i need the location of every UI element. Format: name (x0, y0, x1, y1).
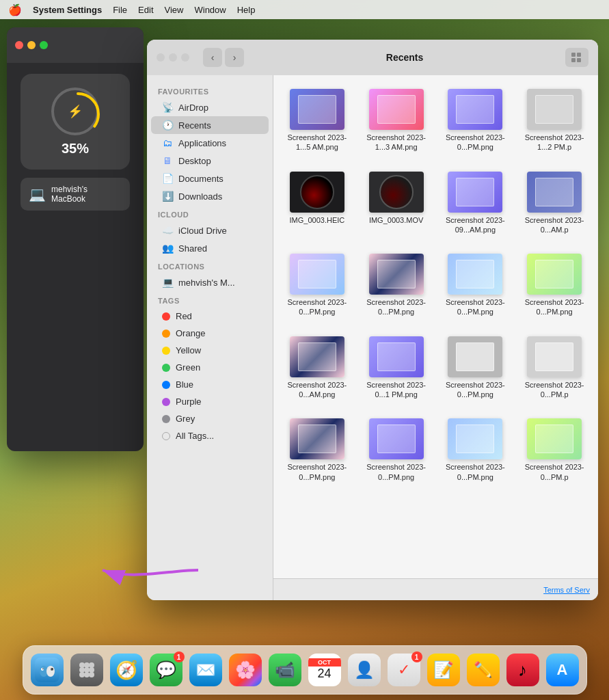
sidebar-item-applications[interactable]: 🗂 Applications (151, 134, 269, 152)
dock-item-photos[interactable]: 🌸 (227, 651, 264, 688)
file-item[interactable]: Screenshot 2023-1...2 PM.p (519, 83, 590, 158)
file-name: IMG_0003.HEIC (290, 215, 345, 225)
file-item[interactable]: IMG_0003.HEIC (282, 166, 353, 241)
finder-minimize-button[interactable] (169, 53, 177, 62)
dock-item-notes[interactable]: 📝 (425, 651, 462, 688)
file-name: Screenshot 2023-0...PM.png (366, 297, 427, 317)
svg-point-17 (84, 667, 90, 673)
sidebar-item-tag-red[interactable]: Red (151, 308, 269, 325)
file-item[interactable]: Screenshot 2023-0...AM.png (282, 331, 353, 405)
file-item[interactable]: Screenshot 2023-0...PM.png (361, 413, 432, 487)
device-label: mehvish's MacBook (51, 185, 122, 204)
dock-item-freeform[interactable]: ✏️ (465, 651, 502, 688)
sidebar-item-tag-green[interactable]: Green (151, 359, 269, 376)
file-item[interactable]: Screenshot 2023-0...1 PM.png (361, 331, 432, 405)
desktop-icon: 🖥 (162, 155, 173, 166)
file-name: Screenshot 2023-0...PM.p (524, 462, 585, 482)
dock-item-calendar[interactable]: OCT 24 (306, 651, 343, 688)
sidebar-item-shared[interactable]: 👥 Shared (151, 239, 269, 257)
apple-menu[interactable]: 🍎 (8, 3, 22, 16)
file-name: Screenshot 2023-0...PM.png (286, 297, 348, 317)
file-thumbnail (448, 172, 502, 213)
dock-item-launchpad[interactable] (68, 651, 105, 688)
file-thumbnail (448, 336, 502, 377)
sidebar-item-tag-grey[interactable]: Grey (151, 410, 269, 427)
tag-yellow-label: Yellow (176, 345, 201, 355)
file-item[interactable]: Screenshot 2023-0...AM.p (519, 166, 590, 241)
svg-point-11 (42, 669, 44, 670)
sidebar-item-tag-yellow[interactable]: Yellow (151, 342, 269, 359)
dock-item-safari[interactable]: 🧭 (108, 651, 145, 688)
finder-maximize-button[interactable] (181, 53, 189, 62)
dock-item-facetime[interactable]: 📹 (267, 651, 303, 688)
sidebar-item-desktop[interactable]: 🖥 Desktop (151, 152, 269, 170)
reminders-badge: 1 (411, 651, 422, 662)
menu-file[interactable]: File (113, 5, 127, 15)
menu-view[interactable]: View (165, 5, 184, 15)
view-toggle-button[interactable] (565, 48, 588, 67)
sidebar-item-downloads[interactable]: ⬇️ Downloads (151, 187, 269, 205)
file-item[interactable]: Screenshot 2023-0...PM.png (440, 413, 511, 487)
file-item[interactable]: Screenshot 2023-0...PM.p (519, 413, 590, 487)
dock-item-music[interactable]: ♪ (504, 651, 541, 688)
sidebar-item-airdrop[interactable]: 📡 AirDrop (151, 98, 269, 116)
dock-item-appstore[interactable]: A (544, 651, 581, 688)
file-item[interactable]: Screenshot 2023-0...PM.png (440, 248, 511, 323)
dock-item-messages[interactable]: 💬 1 (148, 651, 185, 688)
file-item[interactable]: Screenshot 2023-0...PM.png (440, 331, 511, 405)
file-thumbnail (448, 418, 502, 459)
ss-minimize-button[interactable] (27, 41, 36, 49)
file-item[interactable]: Screenshot 2023-09...AM.png (440, 166, 511, 241)
menu-window[interactable]: Window (194, 5, 226, 15)
tag-orange-dot (162, 329, 170, 338)
finder-title: Recents (249, 52, 560, 63)
sidebar-item-recents[interactable]: 🕐 Recents (151, 116, 269, 134)
contacts-dock-icon: 👤 (348, 654, 381, 686)
dock-item-contacts[interactable]: 👤 (346, 651, 383, 688)
file-thumbnail (369, 336, 424, 377)
dock-item-reminders[interactable]: ✓ 1 (385, 651, 422, 688)
svg-point-12 (52, 669, 53, 670)
file-item[interactable]: Screenshot 2023-0...PM.png (440, 83, 511, 158)
menu-help[interactable]: Help (237, 5, 256, 15)
sidebar-item-all-tags[interactable]: All Tags... (151, 427, 269, 444)
sidebar-item-documents[interactable]: 📄 Documents (151, 170, 269, 187)
file-item[interactable]: Screenshot 2023-0...PM.png (282, 413, 353, 487)
laptop-icon: 💻 (29, 186, 46, 202)
file-name: Screenshot 2023-09...AM.png (444, 215, 506, 235)
ss-maximize-button[interactable] (40, 41, 48, 49)
sidebar-item-tag-purple[interactable]: Purple (151, 393, 269, 410)
tag-green-label: Green (176, 362, 200, 373)
sidebar-item-tag-blue[interactable]: Blue (151, 376, 269, 393)
applications-label: Applications (178, 138, 226, 148)
file-item[interactable]: Screenshot 2023-1...3 AM.png (361, 83, 432, 158)
ss-close-button[interactable] (15, 41, 23, 49)
file-item[interactable]: Screenshot 2023-0...PM.png (519, 248, 590, 323)
dock-item-finder[interactable] (29, 651, 66, 688)
finder-dock-icon (31, 654, 64, 686)
file-item[interactable]: Screenshot 2023-0...PM.png (282, 248, 353, 323)
file-item[interactable]: Screenshot 2023-0...PM.png (361, 248, 432, 323)
file-item[interactable]: Screenshot 2023-0...PM.p (519, 331, 590, 405)
finder-close-button[interactable] (157, 53, 165, 62)
dock-item-mail[interactable]: ✉️ (187, 651, 224, 688)
battery-percent: 35% (62, 141, 89, 157)
menubar: 🍎 System Settings File Edit View Window … (0, 0, 609, 19)
tag-blue-dot (162, 381, 170, 389)
sidebar-item-macbook[interactable]: 💻 mehvish's M... (151, 273, 269, 291)
ss-traffic-lights (15, 41, 48, 49)
forward-button[interactable]: › (225, 48, 244, 67)
ss-content: ⚡ 35% 💻 mehvish's MacBook (7, 63, 144, 221)
sidebar-item-icloud-drive[interactable]: ☁️ iCloud Drive (151, 221, 269, 239)
messages-badge: 1 (174, 651, 185, 662)
tag-all-dot (162, 432, 170, 440)
menu-edit[interactable]: Edit (138, 5, 153, 15)
recents-label: Recents (178, 120, 211, 131)
back-button[interactable]: ‹ (203, 48, 222, 67)
file-item[interactable]: IMG_0003.MOV (361, 166, 432, 241)
file-item[interactable]: Screenshot 2023-1...5 AM.png (282, 83, 353, 158)
finder-titlebar: ‹ › Recents (147, 40, 598, 75)
finder-traffic-lights (157, 53, 189, 62)
terms-of-service-link[interactable]: Terms of Serv (543, 586, 590, 594)
sidebar-item-tag-orange[interactable]: Orange (151, 325, 269, 342)
